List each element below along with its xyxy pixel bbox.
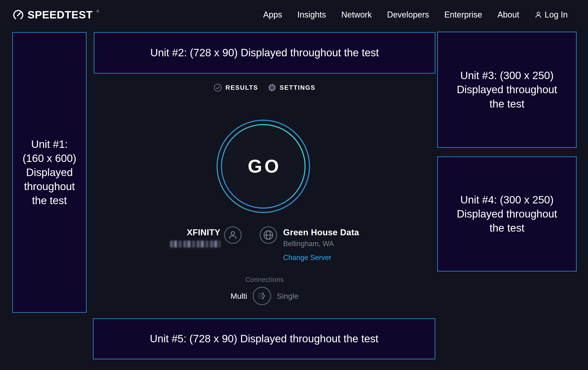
isp-block: XFINITY	[170, 226, 242, 248]
go-button-label: GO	[216, 119, 311, 214]
ad-unit-4-rectangle[interactable]: Unit #4: (300 x 250) Displayed throughou…	[437, 156, 577, 271]
isp-user-icon[interactable]	[224, 226, 242, 244]
connections-single-option[interactable]: Single	[277, 291, 299, 300]
nav-links: Apps Insights Network Developers Enterpr…	[263, 10, 568, 20]
top-nav-bar: SPEEDTEST ® Apps Insights Network Develo…	[0, 0, 588, 30]
ad-unit-3-rectangle[interactable]: Unit #3: (300 x 250) Displayed throughou…	[437, 32, 577, 148]
speedtest-page: SPEEDTEST ® Apps Insights Network Develo…	[0, 0, 588, 370]
nav-item-apps[interactable]: Apps	[263, 10, 282, 20]
isp-text: XFINITY	[170, 228, 220, 248]
tab-settings[interactable]: SETTINGS	[268, 83, 315, 92]
ad-unit-1-skyscraper[interactable]: Unit #1: (160 x 600) Displayed throughou…	[12, 32, 87, 313]
ad-unit-1-text: Unit #1: (160 x 600) Displayed throughou…	[23, 137, 76, 208]
multi-connections-icon[interactable]	[253, 287, 271, 305]
isp-name: XFINITY	[170, 228, 220, 237]
logo-wordmark: SPEEDTEST	[28, 10, 93, 20]
ad-unit-5-leaderboard[interactable]: Unit #5: (728 x 90) Displayed throughout…	[93, 318, 435, 359]
globe-icon[interactable]	[260, 226, 277, 244]
connections-toggle: Multi Single	[94, 287, 435, 305]
gear-icon	[268, 83, 276, 92]
login-button[interactable]: Log In	[535, 10, 568, 20]
speedtest-logo[interactable]: SPEEDTEST ®	[12, 9, 99, 21]
login-label: Log In	[545, 10, 568, 20]
ad-unit-3-text: Unit #3: (300 x 250) Displayed throughou…	[457, 69, 557, 111]
nav-item-enterprise[interactable]: Enterprise	[444, 10, 482, 20]
check-circle-icon	[214, 83, 222, 92]
connection-info-row: XFINITY Green House Data Belling	[94, 226, 435, 262]
nav-item-about[interactable]: About	[497, 10, 519, 20]
nav-item-developers[interactable]: Developers	[387, 10, 429, 20]
nav-item-network[interactable]: Network	[341, 10, 372, 20]
settings-tab-label: SETTINGS	[280, 84, 315, 91]
server-block: Green House Data Bellingham, WA Change S…	[260, 226, 359, 262]
speedometer-gauge-icon	[12, 9, 24, 21]
ad-unit-5-text: Unit #5: (728 x 90) Displayed throughout…	[150, 332, 378, 346]
tab-results[interactable]: RESULTS	[214, 83, 258, 92]
server-text: Green House Data Bellingham, WA Change S…	[283, 228, 359, 262]
ad-unit-2-text: Unit #2: (728 x 90) Displayed throughout…	[150, 46, 379, 60]
change-server-link[interactable]: Change Server	[283, 253, 331, 262]
nav-item-insights[interactable]: Insights	[297, 10, 326, 20]
go-button[interactable]: GO	[216, 119, 311, 214]
connections-multi-option[interactable]: Multi	[231, 291, 247, 300]
redacted-ip-address	[170, 240, 220, 248]
ad-unit-2-leaderboard[interactable]: Unit #2: (728 x 90) Displayed throughout…	[94, 32, 435, 74]
connections-section: Connections Multi Single	[94, 276, 435, 305]
user-icon	[535, 11, 542, 19]
trademark-symbol: ®	[96, 9, 99, 13]
server-name: Green House Data	[283, 228, 359, 237]
server-location: Bellingham, WA	[283, 240, 359, 248]
results-settings-tabs: RESULTS SETTINGS	[94, 83, 435, 92]
results-tab-label: RESULTS	[225, 84, 258, 91]
ad-unit-4-text: Unit #4: (300 x 250) Displayed throughou…	[457, 193, 557, 235]
connections-label: Connections	[94, 276, 435, 283]
